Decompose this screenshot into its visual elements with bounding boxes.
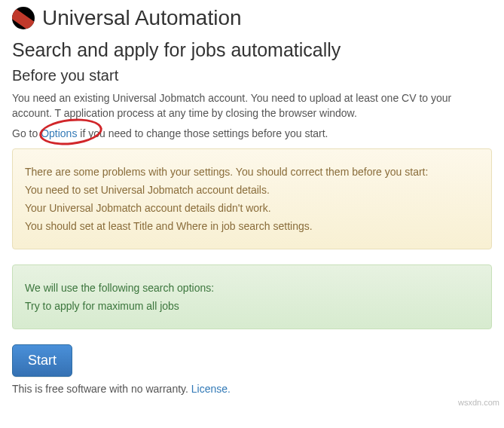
- watermark: wsxdn.com: [458, 398, 499, 407]
- intro-p2-pre: Go to: [12, 127, 41, 139]
- intro-paragraph-1: You need an existing Universal Jobmatch …: [12, 90, 492, 121]
- warning-line-1: There are some problems with your settin…: [25, 166, 479, 178]
- page-subtitle: Search and apply for jobs automatically: [12, 39, 492, 61]
- warning-line-3: Your Universal Jobmatch account details …: [25, 202, 479, 214]
- warning-panel: There are some problems with your settin…: [12, 148, 492, 249]
- intro-paragraph-2: Go to Options if you need to change thos…: [12, 126, 492, 141]
- start-button[interactable]: Start: [12, 344, 72, 377]
- intro-p2-post: if you need to change those settings bef…: [80, 127, 328, 139]
- section-heading: Before you start: [12, 67, 492, 84]
- info-panel: We will use the following search options…: [12, 264, 492, 329]
- info-line-1: We will use the following search options…: [25, 282, 479, 294]
- license-link[interactable]: License.: [191, 383, 231, 395]
- warning-line-4: You should set at least Title and Where …: [25, 220, 479, 232]
- footer-text: This is free software with no warranty. …: [12, 381, 492, 396]
- options-link[interactable]: Options: [41, 127, 77, 139]
- info-line-2: Try to apply for maximum all jobs: [25, 300, 479, 312]
- app-logo-icon: [12, 7, 35, 29]
- warning-line-2: You need to set Universal Jobmatch accou…: [25, 184, 479, 196]
- app-title: Universal Automation: [42, 6, 242, 30]
- footer-copy: This is free software with no warranty.: [12, 383, 191, 395]
